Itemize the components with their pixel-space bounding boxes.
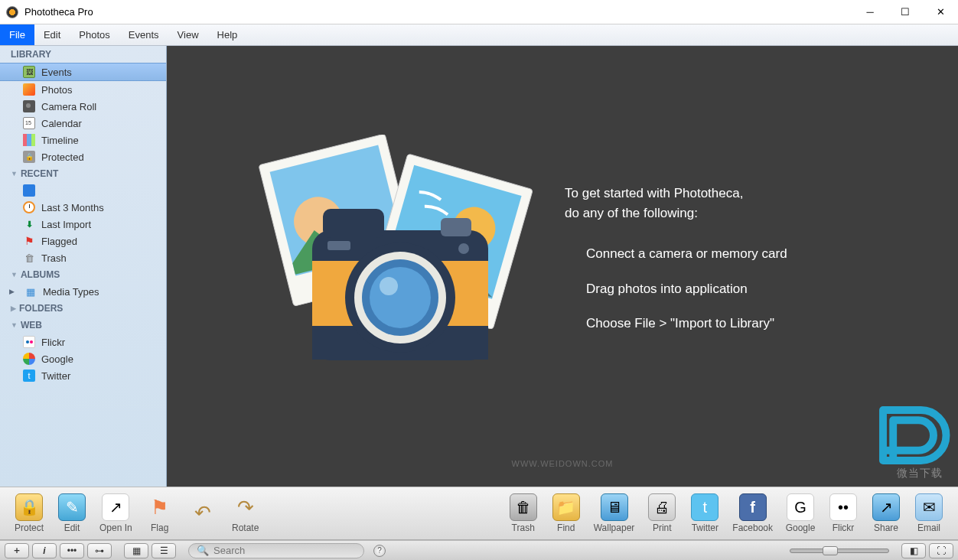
sidebar-item-camera-roll[interactable]: Camera Roll <box>0 98 166 115</box>
sidebar-item-trash[interactable]: 🗑Trash <box>0 249 166 266</box>
titlebar: Phototheca Pro ─ ☐ ✕ <box>0 0 958 24</box>
sidebar-item-photos[interactable]: Photos <box>0 81 166 98</box>
window-title: Phototheca Pro <box>24 6 852 18</box>
tool-share-button[interactable]: ↗Share <box>866 490 906 536</box>
sidebar-item-last-import[interactable]: ⬇Last Import <box>0 216 166 233</box>
app-icon <box>6 6 18 18</box>
wallpaper-icon: 🖥 <box>601 493 628 521</box>
protected-icon <box>23 151 35 163</box>
tool-find-button[interactable]: 📁Find <box>546 490 586 536</box>
menu-file[interactable]: File <box>0 24 34 45</box>
photos-icon <box>23 83 35 96</box>
sidebar-header-albums[interactable]: ▼ALBUMS <box>0 266 166 283</box>
statusbar: ＋ i ••• ⊶ ▦ ☰ 🔍 Search ? ◧ ⛶ <box>0 540 958 560</box>
sidebar-item-flickr[interactable]: Flickr <box>0 334 166 350</box>
sidebar: LIBRARYEventsPhotosCamera RollCalendarTi… <box>0 46 167 487</box>
welcome-step-1: Connect a camera or memory card <box>565 244 927 264</box>
tool-twitter-button[interactable]: tTwitter <box>685 490 725 536</box>
sidebar-item-last-3-months[interactable]: Last 3 Months <box>0 199 166 216</box>
list-view-button[interactable]: ☰ <box>152 543 176 558</box>
rotate-icon: ↷ <box>232 493 259 521</box>
menu-edit[interactable]: Edit <box>34 24 70 45</box>
folder-icon: ▦ <box>24 285 37 298</box>
sidebar-item-protected[interactable]: Protected <box>0 148 166 165</box>
maximize-button[interactable]: ☐ <box>888 0 923 24</box>
sidebar-item-google[interactable]: Google <box>0 350 166 367</box>
share-icon: ↗ <box>872 493 900 521</box>
sidebar-header-web[interactable]: ▼WEB <box>0 317 166 334</box>
grid-view-button[interactable]: ▦ <box>124 543 148 558</box>
tool-rotate-button[interactable]: ↷Rotate <box>226 490 266 536</box>
svg-point-16 <box>380 277 398 295</box>
tool-flag-button[interactable]: ⚑Flag <box>140 490 180 536</box>
key-button[interactable]: ⊶ <box>87 543 112 558</box>
blue-sq-icon <box>23 184 35 197</box>
facebook-icon: f <box>739 493 767 521</box>
tool-flickr-button[interactable]: ••Flickr <box>823 490 863 536</box>
menu-photos[interactable]: Photos <box>70 24 119 45</box>
tool-email-button[interactable]: ✉Email <box>909 490 949 536</box>
watermark-url: WWW.WEIDOWN.COM <box>512 459 614 468</box>
tool-edit-button[interactable]: ✎Edit <box>52 490 92 536</box>
welcome-text: To get started with Phototheca, do any o… <box>565 184 958 349</box>
search-input[interactable]: 🔍 Search <box>188 543 364 558</box>
welcome-line1: To get started with Phototheca, <box>565 184 927 203</box>
sidebar-item-flagged[interactable]: ⚑Flagged <box>0 233 166 249</box>
tool-openin-button[interactable]: ↗Open In <box>95 490 137 536</box>
sidebar-header-library[interactable]: LIBRARY <box>0 46 166 63</box>
search-icon: 🔍 <box>197 545 209 556</box>
calendar-icon <box>23 117 35 129</box>
print-icon: 🖨 <box>648 493 676 521</box>
tool-trash-button[interactable]: 🗑Trash <box>503 490 543 536</box>
watermark-logo <box>866 393 950 480</box>
more-button[interactable]: ••• <box>60 543 84 558</box>
tool-facebook-button[interactable]: fFacebook <box>728 490 777 536</box>
rotate-icon: ↶ <box>189 499 217 526</box>
tool-wallpaper-button[interactable]: 🖥Wallpaper <box>589 490 640 536</box>
camera-icon <box>23 100 35 112</box>
help-button[interactable]: ? <box>373 545 386 557</box>
find-icon: 📁 <box>552 493 580 521</box>
svg-point-15 <box>370 267 431 328</box>
tool-google-button[interactable]: GGoogle <box>780 490 820 536</box>
svg-point-17 <box>458 243 469 254</box>
flag-icon: ⚑ <box>146 493 174 521</box>
menu-help[interactable]: Help <box>208 24 247 45</box>
sidebar-item-twitter[interactable]: tTwitter <box>0 367 166 384</box>
fullscreen-button[interactable]: ⛶ <box>929 543 953 558</box>
welcome-step-3: Choose File > "Import to Library" <box>565 314 927 334</box>
protect-icon: 🔒 <box>15 493 43 521</box>
close-button[interactable]: ✕ <box>923 0 958 24</box>
twitter-icon: t <box>23 370 35 382</box>
info-button[interactable]: i <box>32 543 57 558</box>
clock-icon <box>23 201 35 213</box>
sidebar-item-calendar[interactable]: Calendar <box>0 115 166 132</box>
add-button[interactable]: ＋ <box>5 543 29 558</box>
flag-icon: ⚑ <box>23 235 35 247</box>
sidebar-item-media-types[interactable]: ▶▦Media Types <box>0 283 166 300</box>
tool-print-button[interactable]: 🖨Print <box>642 490 682 536</box>
flickr-icon <box>23 336 35 348</box>
sidebar-header-folders[interactable]: ▶FOLDERS <box>0 300 166 317</box>
email-icon: ✉ <box>915 493 943 521</box>
search-placeholder: Search <box>213 545 245 556</box>
events-icon <box>23 66 35 78</box>
sidebar-toggle-button[interactable]: ◧ <box>901 543 926 558</box>
tool-protect-button[interactable]: 🔒Protect <box>9 490 49 536</box>
sidebar-item-timeline[interactable]: Timeline <box>0 132 166 148</box>
svg-rect-9 <box>323 209 384 238</box>
menu-view[interactable]: View <box>168 24 208 45</box>
flickr-icon: •• <box>829 493 857 521</box>
zoom-slider[interactable] <box>790 549 889 553</box>
open in-icon: ↗ <box>102 493 129 521</box>
edit-icon: ✎ <box>58 493 86 521</box>
sidebar-item-events[interactable]: Events <box>0 63 166 81</box>
google-icon <box>23 353 35 365</box>
menu-events[interactable]: Events <box>119 24 168 45</box>
sidebar-header-recent[interactable]: ▼RECENT <box>0 165 166 182</box>
trash-icon: 🗑 <box>23 252 35 264</box>
tool--button[interactable]: ↶ <box>183 496 223 531</box>
sidebar-item-blue-sq[interactable] <box>0 182 166 199</box>
import-icon: ⬇ <box>23 218 35 230</box>
minimize-button[interactable]: ─ <box>852 0 888 24</box>
